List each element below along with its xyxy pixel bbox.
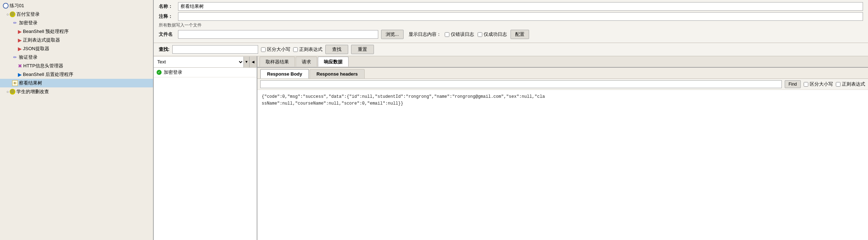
sampler2-icon: ✏ — [12, 54, 18, 60]
beanshell-pre-icon: ▶ — [18, 29, 22, 34]
result-left-header: Text JSON HTML XML ▼ ◀ — [154, 56, 257, 68]
response-body-line2: ssName":null,"courseName":null,"score":0… — [262, 100, 864, 107]
result-item-label: 加密登录 — [164, 69, 182, 76]
regex-search-label: 正则表达式 — [299, 46, 322, 53]
tab-request[interactable]: 请求 — [296, 57, 317, 67]
tree-item-http-header[interactable]: ✖ HTTP信息头管理器 — [0, 62, 153, 70]
tree-item-yanzheng[interactable]: ✏ 验证登录 — [0, 53, 153, 62]
regex-search-checkbox[interactable] — [293, 47, 298, 52]
browse-button[interactable]: 浏览... — [381, 30, 404, 39]
tree-item-lianxi01[interactable]: 练习01 — [0, 1, 153, 10]
text-format-select[interactable]: Text JSON HTML XML — [154, 57, 244, 67]
file-section-title: 所有数据写入一个文件 — [159, 22, 863, 28]
tree-item-chakan[interactable]: 👁 察看结果树 — [0, 79, 153, 87]
reset-button[interactable]: 重置 — [351, 45, 374, 54]
only-success-label: 仅成功日志 — [484, 31, 507, 38]
tree-label: HTTP信息头管理器 — [23, 63, 63, 69]
tree-label: 百付宝登录 — [16, 11, 40, 18]
tree-label: 练习01 — [10, 3, 24, 9]
tree-item-student-crud[interactable]: ○ 学生的增删改查 — [0, 87, 153, 96]
beanshell-post-icon: ▶ — [18, 72, 22, 77]
response-case-checkbox[interactable] — [804, 82, 808, 87]
result-left-panel: Text JSON HTML XML ▼ ◀ ✓ 加密登录 — [154, 56, 257, 240]
search-label: 查找: — [159, 46, 169, 53]
comment-label: 注释： — [159, 13, 178, 20]
name-row: 名称： — [159, 2, 863, 11]
tree-item-alipay-login[interactable]: ○ 百付宝登录 — [0, 10, 153, 19]
comment-input[interactable] — [178, 12, 863, 21]
response-regex-label: 正则表达式 — [842, 81, 865, 87]
tree-label: 加密登录 — [19, 20, 38, 26]
search-section: 查找: 区分大小写 正则表达式 查找 重置 — [154, 43, 868, 56]
regex-search-check[interactable]: 正则表达式 — [293, 46, 322, 53]
case-sensitive-checkbox[interactable] — [261, 47, 266, 52]
case-sensitive-label: 区分大小写 — [267, 46, 290, 53]
tree-label: JSON提取器 — [23, 45, 49, 52]
resp-tab-headers[interactable]: Response headers — [310, 69, 365, 78]
tree-label: 学生的增删改查 — [16, 88, 49, 95]
only-success-check[interactable]: 仅成功日志 — [478, 31, 507, 38]
result-item-jiami[interactable]: ✓ 加密登录 — [154, 68, 257, 77]
name-input[interactable] — [178, 2, 863, 11]
tree-label: 察看结果树 — [19, 80, 42, 86]
content-area: Text JSON HTML XML ▼ ◀ ✓ 加密登录 取样器结果 请求 — [154, 56, 868, 240]
response-find-button[interactable]: Find — [785, 80, 801, 88]
tree-label: BeanShell 后置处理程序 — [23, 71, 73, 78]
only-errors-label: 仅错误日志 — [451, 31, 474, 38]
file-input[interactable] — [178, 30, 378, 39]
only-success-checkbox[interactable] — [478, 32, 482, 37]
eye-icon: 👁 — [12, 80, 18, 86]
tab-sampler-result[interactable]: 取样器结果 — [260, 57, 295, 67]
response-subtabs: Response Body Response headers — [257, 68, 868, 79]
log-content-label: 显示日志内容： — [409, 31, 441, 38]
tree-label: BeanShell 预处理程序 — [23, 28, 69, 35]
success-icon: ✓ — [157, 70, 162, 75]
tree-panel: 练习01 ○ 百付宝登录 ✏ 加密登录 ▶ BeanShell 预处理程序 ▶ … — [0, 0, 154, 240]
response-case-check[interactable]: 区分大小写 — [804, 81, 833, 87]
name-label: 名称： — [159, 3, 178, 10]
result-tabs: 取样器结果 请求 响应数据 — [257, 56, 868, 68]
http-header-icon: ✖ — [18, 63, 22, 69]
result-list: ✓ 加密登录 — [154, 68, 257, 240]
search-input[interactable] — [172, 45, 258, 54]
config-button[interactable]: 配置 — [511, 30, 529, 39]
file-label: 文件名 — [159, 31, 178, 38]
response-regex-checkbox[interactable] — [836, 82, 840, 87]
tree-item-regex[interactable]: ▶ 正则表达式提取器 — [0, 36, 153, 44]
only-errors-checkbox[interactable] — [445, 32, 449, 37]
right-panel: 名称： 注释： 所有数据写入一个文件 文件名 浏览... 显示日志内容： 仅错误… — [154, 0, 868, 240]
tree-item-beanshell-pre[interactable]: ▶ BeanShell 预处理程序 — [0, 27, 153, 36]
sampler-icon: ✏ — [12, 20, 18, 26]
dropdown-arrow-button[interactable]: ▼ — [244, 57, 250, 67]
tree-item-json[interactable]: ▶ JSON提取器 — [0, 44, 153, 53]
response-regex-check[interactable]: 正则表达式 — [836, 81, 865, 87]
find-button[interactable]: 查找 — [325, 45, 348, 54]
json-icon: ▶ — [18, 46, 22, 52]
response-body-line1: {"code":0,"msg":"success","data":{"id":n… — [262, 93, 864, 100]
log-section: 显示日志内容： 仅错误日志 仅成功日志 配置 — [409, 30, 529, 39]
tab-response-data[interactable]: 响应数据 — [318, 57, 349, 67]
toggle-panel-button[interactable]: ◀ — [250, 57, 257, 67]
thread-group2-icon — [10, 89, 15, 95]
thread-group-icon — [10, 11, 15, 17]
tree-label: 验证登录 — [19, 54, 38, 61]
response-case-label: 区分大小写 — [810, 81, 833, 87]
resp-tab-body[interactable]: Response Body — [260, 69, 309, 78]
response-search-bar: Find 区分大小写 正则表达式 — [257, 79, 868, 90]
tree-item-beanshell-post[interactable]: ▶ BeanShell 后置处理程序 — [0, 70, 153, 79]
case-sensitive-check[interactable]: 区分大小写 — [261, 46, 290, 53]
tree-connector2-icon: ○ — [6, 90, 9, 94]
response-body-content: {"code":0,"msg":"success","data":{"id":n… — [257, 90, 868, 240]
tree-connector-icon: ○ — [6, 12, 9, 16]
tree-label: 正则表达式提取器 — [23, 37, 60, 43]
loop-icon — [3, 3, 9, 9]
form-section: 名称： 注释： 所有数据写入一个文件 文件名 浏览... 显示日志内容： 仅错误… — [154, 0, 868, 43]
file-row: 文件名 浏览... 显示日志内容： 仅错误日志 仅成功日志 配置 — [159, 30, 863, 39]
only-errors-check[interactable]: 仅错误日志 — [445, 31, 474, 38]
comment-row: 注释： — [159, 12, 863, 21]
regex-icon: ▶ — [18, 37, 22, 43]
result-right-panel: 取样器结果 请求 响应数据 Response Body Response hea… — [257, 56, 868, 240]
tree-item-jiami-login[interactable]: ✏ 加密登录 — [0, 19, 153, 27]
response-search-input[interactable] — [260, 80, 782, 88]
